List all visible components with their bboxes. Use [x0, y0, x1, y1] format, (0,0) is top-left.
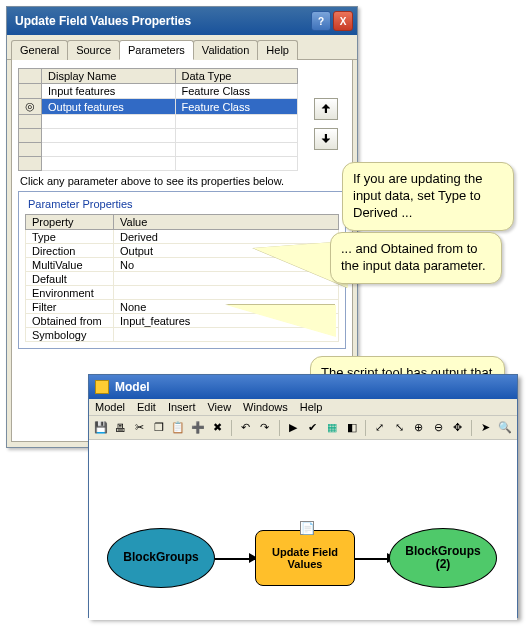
- select-icon[interactable]: ➤: [478, 419, 493, 436]
- validate-icon[interactable]: ✔: [305, 419, 320, 436]
- tab-validation[interactable]: Validation: [193, 40, 259, 60]
- tab-source[interactable]: Source: [67, 40, 120, 60]
- output-data-node[interactable]: BlockGroups (2): [389, 528, 497, 588]
- reorder-buttons: 🠉 🠋: [314, 98, 340, 158]
- print-icon[interactable]: 🖶: [112, 419, 127, 436]
- dialog-titlebar[interactable]: Update Field Values Properties ? X: [7, 7, 357, 35]
- model-canvas[interactable]: BlockGroups 📄 Update Field Values BlockG…: [89, 440, 517, 620]
- separator-icon: [471, 420, 472, 436]
- save-icon[interactable]: 💾: [93, 419, 108, 436]
- props-title: Parameter Properties: [25, 198, 136, 210]
- input-data-node[interactable]: BlockGroups: [107, 528, 215, 588]
- menu-windows[interactable]: Windows: [243, 401, 288, 413]
- param-row-input[interactable]: Input features Feature Class: [19, 84, 298, 99]
- process-node[interactable]: 📄 Update Field Values: [255, 530, 355, 586]
- zoom-out-icon[interactable]: ⤡: [392, 419, 407, 436]
- instruction-text: Click any parameter above to see its pro…: [20, 175, 344, 187]
- tabs: General Source Parameters Validation Hel…: [7, 39, 357, 60]
- menu-help[interactable]: Help: [300, 401, 323, 413]
- redo-icon[interactable]: ↷: [257, 419, 272, 436]
- model-titlebar[interactable]: Model: [89, 375, 517, 399]
- tab-help[interactable]: Help: [257, 40, 298, 60]
- menu-model[interactable]: Model: [95, 401, 125, 413]
- script-tool-icon: 📄: [300, 521, 314, 535]
- move-down-button[interactable]: 🠋: [314, 128, 338, 150]
- model-toolbar: 💾 🖶 ✂ ❐ 📋 ➕ ✖ ↶ ↷ ▶ ✔ ▦ ◧ ⤢ ⤡ ⊕ ⊖ ✥ ➤ 🔍: [89, 416, 517, 440]
- dialog-title: Update Field Values Properties: [15, 14, 309, 28]
- callout-type-derived: If you are updating the input data, set …: [342, 162, 514, 231]
- move-up-button[interactable]: 🠉: [314, 98, 338, 120]
- pan-icon[interactable]: ✥: [450, 419, 465, 436]
- separator-icon: [365, 420, 366, 436]
- zoom-in-icon[interactable]: ⤢: [372, 419, 387, 436]
- fixed-zoom-in-icon[interactable]: ⊕: [411, 419, 426, 436]
- menu-edit[interactable]: Edit: [137, 401, 156, 413]
- fixed-zoom-out-icon[interactable]: ⊖: [430, 419, 445, 436]
- tab-general[interactable]: General: [11, 40, 68, 60]
- callout-obtained-from: ... and Obtained from to the input data …: [330, 232, 502, 284]
- separator-icon: [231, 420, 232, 436]
- params-col-type: Data Type: [175, 69, 297, 84]
- menu-insert[interactable]: Insert: [168, 401, 196, 413]
- close-button[interactable]: X: [333, 11, 353, 31]
- param-row-output[interactable]: ◎ Output features Feature Class: [19, 99, 298, 115]
- run-icon[interactable]: ▶: [286, 419, 301, 436]
- parameters-table[interactable]: Display Name Data Type Input features Fe…: [18, 68, 298, 171]
- undo-icon[interactable]: ↶: [238, 419, 253, 436]
- model-icon: [95, 380, 109, 394]
- model-menubar: Model Edit Insert View Windows Help: [89, 399, 517, 416]
- add-data-icon[interactable]: ➕: [190, 419, 205, 436]
- params-col-name: Display Name: [42, 69, 176, 84]
- paste-icon[interactable]: 📋: [171, 419, 186, 436]
- delete-icon[interactable]: ✖: [210, 419, 225, 436]
- zoom-actual-icon[interactable]: 🔍: [498, 419, 513, 436]
- separator-icon: [279, 420, 280, 436]
- props-col-value: Value: [114, 215, 339, 230]
- auto-layout-icon[interactable]: ▦: [324, 419, 339, 436]
- full-extent-icon[interactable]: ◧: [344, 419, 359, 436]
- model-window: Model Model Edit Insert View Windows Hel…: [88, 374, 518, 618]
- tab-parameters[interactable]: Parameters: [119, 40, 194, 60]
- model-title-text: Model: [115, 380, 150, 394]
- help-button[interactable]: ?: [311, 11, 331, 31]
- cut-icon[interactable]: ✂: [132, 419, 147, 436]
- menu-view[interactable]: View: [207, 401, 231, 413]
- props-col-property: Property: [26, 215, 114, 230]
- copy-icon[interactable]: ❐: [151, 419, 166, 436]
